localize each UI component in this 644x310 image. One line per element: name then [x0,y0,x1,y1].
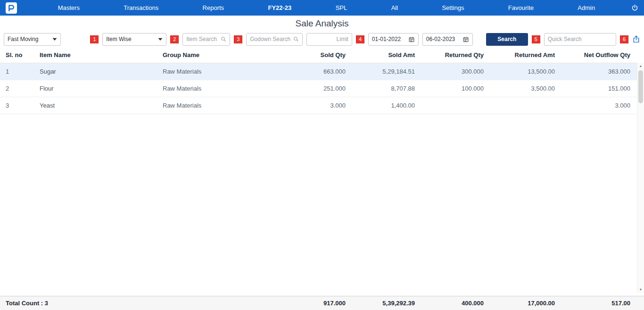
to-date-input[interactable] [426,36,460,42]
cell-group-name: Raw Materials [157,80,277,97]
cell-net-outflow-qty: 3.000 [561,97,637,114]
calendar-icon[interactable] [408,36,415,42]
cell-net-outflow-qty: 151.000 [561,80,637,97]
export-icon[interactable] [632,35,640,43]
cell-sold-qty: 3.000 [277,97,352,114]
total-sold-amt: 5,39,292.39 [352,296,421,310]
item-search-wrap [182,33,230,46]
main-menu: Masters Transactions Reports FY22-23 SPL… [36,4,617,11]
step-badge-1: 1 [90,35,99,43]
table-row[interactable]: 1 Sugar Raw Materials 663.000 5,29,184.5… [0,63,637,80]
cell-returned-qty: 100.000 [421,80,490,97]
limit-wrap [306,33,352,46]
nav-item-favourite[interactable]: Favourite [508,4,534,11]
godown-search-wrap [246,33,302,46]
fast-moving-select[interactable]: Fast Moving [4,33,61,46]
godown-search-input[interactable] [250,34,291,45]
chevron-down-icon [52,38,57,41]
col-header-sl-no[interactable]: Sl. no [0,47,34,63]
cell-net-outflow-qty: 363.000 [561,63,637,80]
cell-returned-qty: 300.000 [421,63,490,80]
step-badge-5: 5 [532,35,540,43]
cell-item-name: Sugar [34,63,157,80]
item-search-input[interactable] [186,34,219,45]
power-icon[interactable] [631,4,638,11]
col-header-item-name[interactable]: Item Name [34,47,157,63]
col-header-sold-qty[interactable]: Sold Qty [277,47,352,63]
cell-returned-amt: 13,500.00 [490,63,561,80]
cell-sold-amt: 8,707.88 [352,80,421,97]
cell-sl-no: 2 [0,80,34,97]
step-badge-4: 4 [356,35,364,43]
scroll-down-icon[interactable]: ▼ [639,286,643,293]
nav-item-masters[interactable]: Masters [58,4,80,11]
nav-item-reports[interactable]: Reports [203,4,224,11]
logo-glyph-icon [8,4,15,12]
from-date-field[interactable] [368,33,419,46]
from-date-input[interactable] [372,36,406,42]
cell-sold-qty: 251.000 [277,80,352,97]
col-header-sold-amt[interactable]: Sold Amt [352,47,421,63]
nav-item-admin[interactable]: Admin [578,4,595,11]
quick-search-wrap [544,33,616,46]
cell-item-name: Flour [34,80,157,97]
nav-item-all[interactable]: All [391,4,398,11]
col-header-returned-qty[interactable]: Returned Qty [421,47,490,63]
item-wise-select-value: Item Wise [106,36,131,42]
total-returned-qty: 400.000 [421,296,490,310]
col-header-net-outflow-qty[interactable]: Net Outflow Qty [561,47,637,63]
step-badge-2: 2 [170,35,179,43]
col-header-returned-amt[interactable]: Returned Amt [490,47,561,63]
search-icon [221,36,226,42]
total-net-outflow-qty: 517.00 [561,296,637,310]
cell-group-name: Raw Materials [157,97,277,114]
nav-item-spl[interactable]: SPL [336,4,347,11]
cell-sl-no: 1 [0,63,34,80]
search-button[interactable]: Search [486,33,528,46]
fast-moving-select-value: Fast Moving [8,36,38,42]
total-count-label: Total Count : 3 [0,296,277,310]
search-icon [293,36,299,42]
quick-search-input[interactable] [548,34,612,45]
top-nav: Masters Transactions Reports FY22-23 SPL… [0,0,644,16]
cell-sold-amt: 5,29,184.51 [352,63,421,80]
nav-item-fy22-23[interactable]: FY22-23 [268,4,291,11]
vertical-scrollbar[interactable]: ▲ ▼ [637,63,644,293]
cell-sold-amt: 1,400.00 [352,97,421,114]
step-badge-3: 3 [234,35,242,43]
calendar-icon[interactable] [462,36,469,42]
cell-item-name: Yeast [34,97,157,114]
page-title: Sale Analysis [0,16,644,31]
table-row[interactable]: 2 Flour Raw Materials 251.000 8,707.88 1… [0,80,637,97]
cell-group-name: Raw Materials [157,63,277,80]
scrollbar-thumb[interactable] [638,70,643,103]
step-badge-6: 6 [620,35,628,43]
cell-returned-amt: 3,500.00 [490,80,561,97]
item-wise-select[interactable]: Item Wise [102,33,166,46]
nav-item-settings[interactable]: Settings [442,4,464,11]
table-header-row: Sl. no Item Name Group Name Sold Qty Sol… [0,47,637,63]
total-returned-amt: 17,000.00 [490,296,561,310]
report-grid: Sl. no Item Name Group Name Sold Qty Sol… [0,47,637,114]
cell-sl-no: 3 [0,97,34,114]
nav-item-transactions[interactable]: Transactions [124,4,158,11]
scroll-up-icon[interactable]: ▲ [639,63,643,69]
cell-returned-qty [421,97,490,114]
app-logo-icon[interactable] [6,2,17,14]
toolbar: Fast Moving 1 Item Wise 2 3 4 [0,31,644,47]
totals-footer: Total Count : 3 917.000 5,39,292.39 400.… [0,296,644,310]
cell-sold-qty: 663.000 [277,63,352,80]
limit-input[interactable] [310,34,348,45]
table-row[interactable]: 3 Yeast Raw Materials 3.000 1,400.00 3.0… [0,97,637,114]
total-sold-qty: 917.000 [277,296,352,310]
col-header-group-name[interactable]: Group Name [157,47,277,63]
chevron-down-icon [158,38,163,41]
to-date-field[interactable] [422,33,473,46]
cell-returned-amt [490,97,561,114]
